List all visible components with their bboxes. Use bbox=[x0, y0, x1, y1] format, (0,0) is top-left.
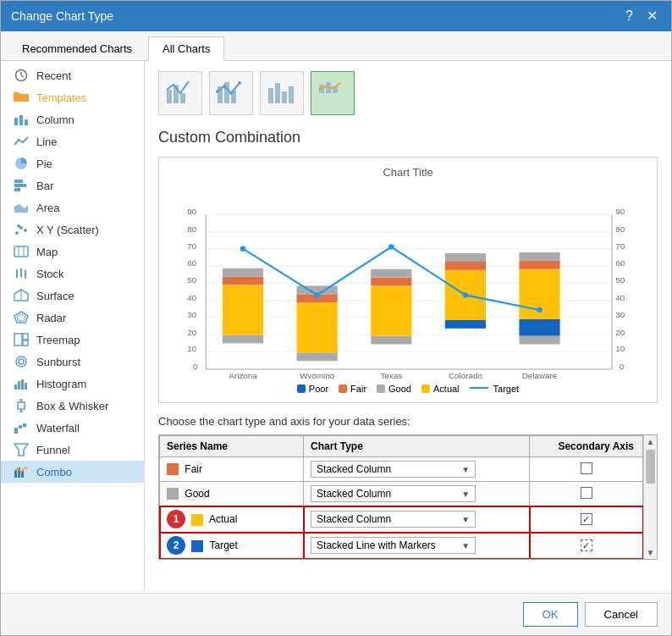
svg-rect-43 bbox=[19, 425, 22, 429]
svg-rect-99 bbox=[223, 335, 263, 344]
svg-point-124 bbox=[537, 307, 543, 313]
svg-point-122 bbox=[388, 244, 394, 250]
column-chart-icon bbox=[13, 113, 30, 126]
svg-text:80: 80 bbox=[615, 224, 625, 234]
svg-line-2 bbox=[21, 75, 24, 77]
combo-icon bbox=[13, 465, 30, 478]
svg-rect-3 bbox=[14, 118, 18, 125]
chart-preview: Chart Title 0 10 20 30 40 50 60 70 80 90 bbox=[158, 157, 658, 403]
svg-text:90: 90 bbox=[615, 207, 625, 216]
sunburst-icon bbox=[13, 355, 30, 368]
close-button[interactable]: ✕ bbox=[643, 9, 661, 23]
svg-text:80: 80 bbox=[187, 224, 196, 234]
histogram-icon bbox=[13, 377, 30, 390]
sidebar-label-templates: Templates bbox=[36, 91, 86, 104]
scroll-down-arrow[interactable]: ▼ bbox=[644, 546, 657, 559]
cancel-button[interactable]: Cancel bbox=[585, 602, 658, 627]
dropdown-arrow-actual: ▼ bbox=[461, 515, 470, 524]
chart-type-cell-actual: Stacked Column ▼ bbox=[304, 506, 530, 533]
svg-text:20: 20 bbox=[187, 328, 196, 337]
svg-text:90: 90 bbox=[187, 207, 196, 216]
series-name-fair: Fair bbox=[160, 457, 304, 482]
chart-type-dropdown-good[interactable]: Stacked Column ▼ bbox=[311, 485, 476, 502]
sidebar-label-bar: Bar bbox=[36, 180, 53, 192]
svg-rect-102 bbox=[223, 268, 263, 277]
svg-rect-33 bbox=[14, 384, 17, 390]
sidebar-label-column: Column bbox=[36, 113, 74, 126]
sidebar-label-radar: Radar bbox=[36, 312, 66, 324]
series-name-label-target: Target bbox=[209, 539, 237, 551]
footer: OK Cancel bbox=[1, 593, 671, 635]
chart-title: Chart Title bbox=[168, 166, 648, 179]
tab-recommended[interactable]: Recommended Charts bbox=[8, 36, 146, 60]
series-name-actual: 1 Actual bbox=[160, 506, 304, 533]
sidebar-item-xy[interactable]: X Y (Scatter) bbox=[1, 218, 144, 241]
sidebar-item-templates[interactable]: Templates bbox=[1, 86, 144, 108]
chart-type-btn-2[interactable] bbox=[209, 71, 253, 115]
sidebar-item-sunburst[interactable]: Sunburst bbox=[1, 351, 144, 373]
sidebar-item-radar[interactable]: Radar bbox=[1, 307, 144, 329]
svg-text:0: 0 bbox=[193, 362, 198, 371]
scrollbar[interactable]: ▲ ▼ bbox=[643, 435, 657, 559]
svg-text:Delaware: Delaware bbox=[522, 371, 558, 379]
box-icon bbox=[13, 399, 30, 412]
chart-type-cell-fair: Stacked Column ▼ bbox=[304, 457, 530, 482]
secondary-axis-cell-target bbox=[530, 533, 643, 559]
sidebar-item-surface[interactable]: Surface bbox=[1, 285, 144, 307]
sidebar-label-recent: Recent bbox=[36, 69, 71, 82]
sidebar-item-column[interactable]: Column bbox=[1, 108, 144, 130]
pie-chart-icon bbox=[13, 157, 30, 170]
svg-rect-36 bbox=[25, 383, 27, 390]
sidebar-item-stock[interactable]: Stock bbox=[1, 263, 144, 285]
help-button[interactable]: ? bbox=[622, 9, 636, 23]
svg-text:50: 50 bbox=[187, 275, 196, 285]
tab-all-charts[interactable]: All Charts bbox=[148, 36, 224, 61]
sidebar-item-line[interactable]: Line bbox=[1, 130, 144, 152]
ok-button[interactable]: OK bbox=[523, 602, 578, 627]
svg-rect-64 bbox=[319, 93, 324, 103]
chart-type-dropdown-target[interactable]: Stacked Line with Markers ▼ bbox=[311, 537, 476, 554]
sidebar-item-combo[interactable]: Combo bbox=[1, 461, 144, 483]
svg-rect-119 bbox=[519, 252, 559, 261]
checkbox-actual[interactable] bbox=[581, 513, 592, 525]
svg-text:10: 10 bbox=[187, 344, 196, 353]
series-table-inner: Series Name Chart Type Secondary Axis Fa… bbox=[159, 435, 643, 559]
scrollbar-thumb[interactable] bbox=[646, 450, 655, 484]
sidebar-item-map[interactable]: Map bbox=[1, 241, 144, 263]
sidebar-item-pie[interactable]: Pie bbox=[1, 152, 144, 174]
chart-type-dropdown-actual[interactable]: Stacked Column ▼ bbox=[311, 511, 476, 528]
chart-type-btn-1[interactable] bbox=[158, 71, 202, 115]
chart-type-btn-3[interactable] bbox=[260, 71, 304, 115]
chart-type-btn-4[interactable] bbox=[311, 71, 355, 115]
sidebar-item-treemap[interactable]: Treemap bbox=[1, 329, 144, 351]
dropdown-value-actual: Stacked Column bbox=[317, 513, 391, 525]
checkbox-good[interactable] bbox=[581, 487, 592, 499]
sidebar-item-area[interactable]: Area bbox=[1, 196, 144, 218]
sidebar-item-waterfall[interactable]: Waterfall bbox=[1, 417, 144, 439]
sidebar-item-histogram[interactable]: Histogram bbox=[1, 373, 144, 395]
sidebar-item-bar[interactable]: Bar bbox=[1, 174, 144, 196]
sidebar-item-funnel[interactable]: Funnel bbox=[1, 439, 144, 461]
legend-color-fair bbox=[339, 384, 347, 393]
chart-type-cell-target: Stacked Line with Markers ▼ bbox=[304, 533, 530, 559]
checkbox-target[interactable] bbox=[581, 539, 592, 551]
legend-label-target: Target bbox=[493, 384, 520, 394]
svg-rect-14 bbox=[14, 246, 28, 257]
svg-text:40: 40 bbox=[615, 293, 625, 302]
svg-point-55 bbox=[216, 90, 219, 93]
svg-rect-66 bbox=[326, 93, 331, 103]
svg-point-58 bbox=[238, 81, 241, 85]
series-name-label-good: Good bbox=[185, 488, 209, 500]
sidebar-item-recent[interactable]: Recent bbox=[1, 64, 144, 86]
sidebar-item-box[interactable]: Box & Whisker bbox=[1, 395, 144, 417]
checkbox-fair[interactable] bbox=[581, 462, 592, 474]
svg-rect-5 bbox=[25, 119, 28, 125]
svg-point-31 bbox=[19, 359, 24, 364]
sidebar-label-treemap: Treemap bbox=[36, 334, 80, 346]
chart-type-dropdown-fair[interactable]: Stacked Column ▼ bbox=[311, 461, 476, 478]
scroll-up-arrow[interactable]: ▲ bbox=[644, 435, 657, 448]
svg-rect-110 bbox=[371, 269, 411, 278]
svg-rect-116 bbox=[519, 319, 559, 336]
svg-point-123 bbox=[463, 292, 469, 298]
color-swatch-fair bbox=[167, 463, 179, 475]
